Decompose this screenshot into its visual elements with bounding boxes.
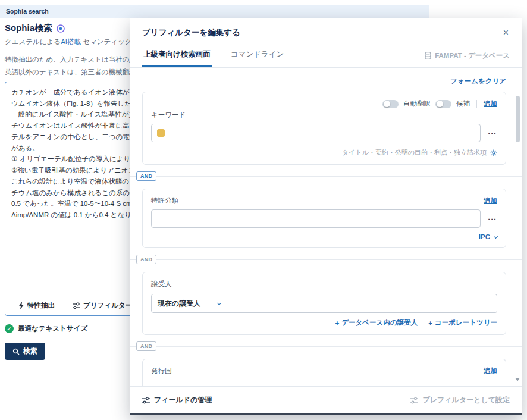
search-button[interactable]: 検索 [5,343,45,360]
dialog-body: フォームをクリア 自動翻訳 候補 追加 キーワード ... [130,68,522,386]
country-add-link[interactable]: 追加 [484,366,497,375]
dialog-title: プリフィルターを編集する [142,27,240,38]
keyword-controls: 自動翻訳 候補 追加 [151,99,497,108]
classification-input[interactable] [151,209,481,228]
assignee-section: 譲受人 現在の譲受人 +データベース内の譲受人 +コーポレートツリー [142,272,506,335]
database-indicator: FAMPAT - データベース [425,51,510,67]
intro-prefix: クエステルによる [5,38,61,45]
lightning-icon [18,302,24,309]
tab-advanced-search[interactable]: 上級者向け検索画面 [142,43,212,67]
corporate-tree-link[interactable]: +コーポレートツリー [428,318,497,327]
keyword-input[interactable] [151,124,481,142]
plus-icon: + [335,319,340,327]
and-operator[interactable]: AND [136,341,156,351]
page-title: Sophia検索 [5,23,52,34]
textarea-toolbar: 特性抽出 プリフィルター [18,301,132,310]
database-icon [425,52,431,59]
operator-connector: AND [130,335,522,359]
operator-connector: AND [130,165,522,189]
auto-translate-toggle[interactable] [382,100,399,108]
keyword-scope-label: タイトル・要約・発明の目的・利点・独立請求項 [342,148,487,157]
and-operator[interactable]: AND [136,171,156,181]
set-as-prefilter-label: プレフィルターとして設定 [422,395,510,405]
keyword-section: 自動翻訳 候補 追加 キーワード ... タイトル・要約・発明の目的・利点・独立… [142,92,506,165]
toggle-knob [437,101,443,107]
assignee-input[interactable] [227,294,497,313]
manage-fields-button[interactable]: フィールドの管理 [142,395,212,405]
dialog-footer: フィールドの管理 プレフィルターとして設定 [130,386,522,413]
screen: Sophia search Sophia検索 クエステルによるAI搭載 セマンテ… [0,0,527,420]
keyword-label: キーワード [151,111,497,120]
keyword-more-button[interactable]: ... [487,127,497,139]
scrollbar-thumb[interactable] [516,96,520,142]
classification-more-button[interactable]: ... [487,212,497,225]
dialog-header: プリフィルターを編集する × [130,18,522,41]
database-label: FAMPAT - データベース [435,51,510,60]
filter-sliders-icon [142,397,150,404]
prefilter-label: プリフィルター [83,301,132,310]
app-header: Sophia search [0,5,429,18]
plus-icon: + [428,319,432,327]
set-as-prefilter-button[interactable]: プレフィルターとして設定 [410,395,510,405]
assignee-label: 譲受人 [151,280,497,289]
feature-extract-button[interactable]: 特性抽出 [18,301,55,310]
assignee-type-select[interactable]: 現在の譲受人 [151,294,227,313]
magnifier-icon [12,348,20,355]
tab-command-line[interactable]: コマンドライン [230,43,286,67]
suggestions-label: 候補 [456,99,470,108]
close-icon[interactable]: × [502,28,510,37]
search-button-label: 検索 [23,346,37,356]
country-section: 発行国 追加 [142,359,506,386]
divider [476,100,477,108]
auto-translate-label: 自動翻訳 [403,99,431,108]
chevron-down-icon [217,300,221,305]
text-size-label: 最適なテキストサイズ [18,324,87,333]
check-circle-icon: ✓ [5,324,14,333]
operator-connector: AND [130,248,522,272]
note1-prefix: 特徴抽出のため、入力テキストは当社の [5,56,129,63]
classification-section: 特許分類 追加 ... IPC [142,189,506,248]
ipc-type-selector[interactable]: IPC [479,233,497,240]
toggle-knob [384,101,390,107]
chevron-down-icon [494,234,498,238]
classification-add-link[interactable]: 追加 [484,196,497,205]
keyword-add-link[interactable]: 追加 [484,99,497,108]
ipc-label: IPC [479,233,490,240]
prefilter-dialog: プリフィルターを編集する × 上級者向け検索画面 コマンドライン FAMPAT … [130,18,522,415]
keyword-tag[interactable] [157,129,165,137]
clear-form-link[interactable]: フォームをクリア [450,77,506,86]
keyword-scope-row: タイトル・要約・発明の目的・利点・独立請求項 [151,148,497,157]
and-operator[interactable]: AND [136,255,156,264]
filter-sliders-icon [410,397,418,404]
db-assignee-label: データベース内の譲受人 [341,318,418,327]
corporate-tree-label: コーポレートツリー [435,318,497,327]
db-assignee-link[interactable]: +データベース内の譲受人 [335,318,418,327]
classification-label: 特許分類 [151,196,178,205]
scroll-down-icon[interactable] [515,378,520,381]
manage-fields-label: フィールドの管理 [154,395,212,405]
assignee-type-value: 現在の譲受人 [158,299,200,309]
app-title: Sophia search [6,8,49,15]
ai-powered-link[interactable]: AI搭載 [61,38,81,45]
suggestions-toggle[interactable] [435,100,451,108]
filter-sliders-icon [73,302,80,309]
dialog-tabbar: 上級者向け検索画面 コマンドライン FAMPAT - データベース [130,41,522,68]
feature-extract-label: 特性抽出 [27,301,55,310]
gear-icon[interactable] [490,149,497,156]
sophia-ai-icon [56,24,65,33]
prefilter-button[interactable]: プリフィルター [73,301,132,310]
country-label: 発行国 [151,366,172,375]
